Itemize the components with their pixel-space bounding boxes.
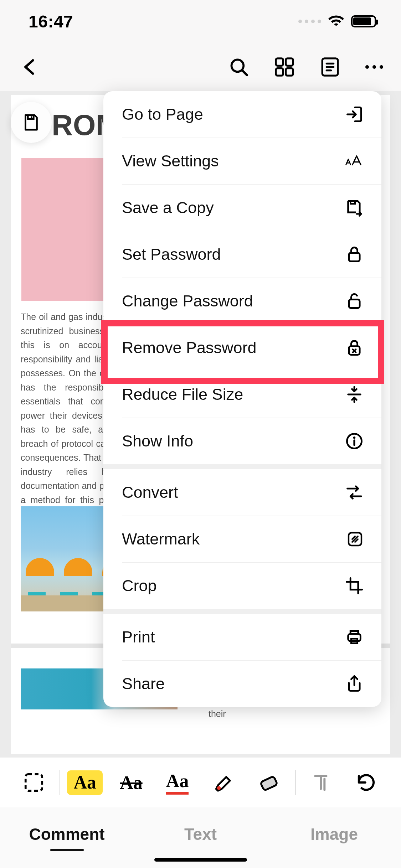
menu-label: Save a Copy — [122, 198, 214, 217]
share-icon — [345, 675, 364, 693]
lock-icon — [345, 245, 364, 264]
convert-icon — [345, 483, 364, 502]
go-to-page-icon — [345, 105, 364, 124]
highlight-sample: Aa — [67, 770, 103, 795]
more-actions-menu: Go to Page View Settings Save a Copy Set… — [103, 91, 381, 707]
menu-item-save-copy[interactable]: Save a Copy — [103, 185, 381, 231]
svg-rect-8 — [349, 300, 360, 308]
print-icon — [345, 628, 364, 646]
svg-rect-1 — [276, 58, 283, 66]
marker-pen-button[interactable] — [200, 765, 247, 800]
undo-button[interactable] — [344, 765, 390, 800]
menu-label: Watermark — [122, 530, 200, 548]
menu-label: Convert — [122, 483, 178, 502]
menu-label: Change Password — [122, 292, 253, 310]
selection-tool-button[interactable] — [11, 765, 57, 800]
menu-label: Set Password — [122, 245, 221, 264]
svg-point-15 — [217, 786, 221, 790]
svg-rect-3 — [276, 68, 283, 76]
save-copy-icon — [345, 198, 364, 217]
thumbnail-grid-button[interactable] — [274, 57, 295, 77]
svg-rect-2 — [286, 58, 293, 66]
active-tab-indicator — [50, 849, 84, 851]
back-button[interactable] — [20, 57, 40, 77]
more-menu-button[interactable] — [365, 65, 383, 69]
wifi-icon — [328, 14, 344, 29]
search-button[interactable] — [228, 57, 249, 77]
svg-rect-14 — [26, 774, 42, 791]
svg-rect-13 — [348, 634, 361, 641]
menu-item-change-password[interactable]: Change Password — [103, 278, 381, 324]
underline-sample: Aa — [166, 770, 189, 795]
menu-item-share[interactable]: Share — [103, 661, 381, 707]
unlock-icon — [345, 292, 364, 310]
menu-label: Remove Password — [122, 339, 257, 357]
top-navbar — [0, 43, 401, 91]
svg-rect-4 — [286, 68, 293, 76]
menu-item-watermark[interactable]: Watermark — [103, 516, 381, 562]
menu-item-remove-password[interactable]: Remove Password — [103, 325, 381, 371]
svg-rect-6 — [31, 116, 32, 118]
menu-item-convert[interactable]: Convert — [103, 469, 381, 516]
strikethrough-button[interactable]: Aa — [108, 765, 154, 800]
annotation-toolbar: Aa Aa Aa — [0, 758, 401, 807]
menu-item-go-to-page[interactable]: Go to Page — [103, 91, 381, 138]
tab-comment[interactable]: Comment — [0, 807, 134, 868]
menu-item-show-info[interactable]: Show Info — [103, 418, 381, 464]
status-bar: 16:47 — [0, 0, 401, 43]
cellular-dots-icon — [298, 20, 321, 23]
text-cursor-button[interactable] — [298, 765, 344, 800]
menu-label: Reduce File Size — [122, 385, 243, 404]
tab-label: Comment — [29, 825, 104, 844]
svg-point-11 — [353, 436, 356, 439]
svg-rect-7 — [349, 253, 360, 262]
menu-item-print[interactable]: Print — [103, 614, 381, 660]
menu-item-crop[interactable]: Crop — [103, 563, 381, 609]
status-indicators — [298, 14, 376, 29]
svg-rect-16 — [260, 776, 277, 791]
crop-icon — [345, 577, 364, 595]
strike-sample: Aa — [120, 772, 143, 793]
status-time: 16:47 — [29, 12, 73, 31]
tab-label: Text — [184, 825, 217, 844]
menu-label: Share — [122, 675, 165, 693]
save-fab-button[interactable] — [11, 102, 52, 143]
tab-image[interactable]: Image — [267, 807, 401, 868]
menu-label: Print — [122, 628, 155, 646]
compress-icon — [345, 385, 364, 404]
outline-button[interactable] — [320, 57, 340, 77]
underline-button[interactable]: Aa — [154, 765, 201, 800]
menu-label: Show Info — [122, 432, 193, 450]
text-size-icon — [345, 152, 364, 170]
tab-label: Image — [310, 825, 358, 844]
menu-item-reduce-file-size[interactable]: Reduce File Size — [103, 371, 381, 418]
battery-icon — [351, 15, 376, 27]
watermark-icon — [346, 531, 364, 548]
home-indicator — [154, 858, 247, 862]
menu-item-view-settings[interactable]: View Settings — [103, 138, 381, 184]
menu-label: View Settings — [122, 152, 219, 170]
info-icon — [345, 432, 364, 450]
lock-remove-icon — [345, 339, 364, 357]
highlight-text-button[interactable]: Aa — [62, 765, 108, 800]
menu-item-set-password[interactable]: Set Password — [103, 231, 381, 278]
menu-label: Crop — [122, 577, 157, 595]
menu-label: Go to Page — [122, 105, 203, 124]
eraser-button[interactable] — [247, 765, 293, 800]
